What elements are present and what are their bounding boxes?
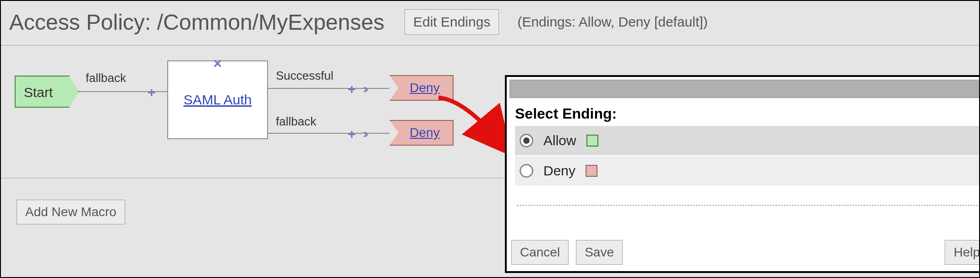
header-bar: Access Policy: /Common/MyExpenses Edit E… bbox=[1, 1, 979, 46]
dialog-titlebar[interactable] bbox=[509, 80, 980, 98]
add-action-icon[interactable]: + bbox=[348, 126, 356, 142]
radio-allow[interactable] bbox=[520, 134, 533, 147]
ending-node-deny[interactable]: Deny bbox=[389, 75, 454, 101]
color-swatch-deny bbox=[586, 165, 597, 177]
ending-link[interactable]: Deny bbox=[410, 125, 439, 140]
help-button[interactable]: Help bbox=[945, 240, 980, 265]
ending-option-allow[interactable]: Allow bbox=[515, 126, 980, 155]
dialog-heading: Select Ending: bbox=[515, 105, 980, 122]
select-ending-dialog: Select Ending: Allow Deny Cancel Save He… bbox=[505, 75, 980, 273]
save-button[interactable]: Save bbox=[576, 240, 623, 265]
endings-summary: (Endings: Allow, Deny [default]) bbox=[517, 14, 707, 30]
chevron-right-icon: ›› bbox=[363, 126, 366, 141]
saml-auth-link[interactable]: SAML Auth bbox=[184, 92, 252, 108]
edit-endings-button[interactable]: Edit Endings bbox=[405, 9, 499, 35]
color-swatch-allow bbox=[586, 135, 598, 147]
option-label: Deny bbox=[543, 163, 575, 179]
app-root: Access Policy: /Common/MyExpenses Edit E… bbox=[0, 0, 980, 278]
divider bbox=[517, 205, 980, 206]
start-node[interactable]: Start bbox=[15, 76, 79, 108]
ending-node-deny[interactable]: Deny bbox=[389, 120, 454, 146]
close-icon[interactable]: ✕ bbox=[213, 57, 223, 71]
connector-line bbox=[268, 133, 389, 134]
dialog-footer: Cancel Save Help bbox=[507, 234, 980, 271]
chevron-right-icon: ›› bbox=[363, 82, 366, 96]
add-action-icon[interactable]: + bbox=[148, 85, 156, 100]
add-new-macro-button[interactable]: Add New Macro bbox=[16, 200, 125, 224]
page-title: Access Policy: /Common/MyExpenses bbox=[9, 10, 384, 35]
dialog-body: Select Ending: Allow Deny bbox=[507, 101, 980, 234]
radio-deny[interactable] bbox=[520, 164, 533, 178]
connector-line bbox=[268, 88, 389, 89]
saml-auth-node: ✕ SAML Auth bbox=[167, 60, 268, 139]
add-action-icon[interactable]: + bbox=[348, 82, 356, 97]
branch-label-fallback: fallback bbox=[86, 71, 126, 85]
ending-option-deny[interactable]: Deny bbox=[515, 156, 980, 185]
cancel-button[interactable]: Cancel bbox=[511, 240, 569, 265]
ending-link[interactable]: Deny bbox=[410, 81, 439, 95]
branch-label-fallback: fallback bbox=[276, 114, 316, 129]
option-label: Allow bbox=[543, 133, 576, 148]
branch-label-successful: Successful bbox=[276, 69, 334, 83]
